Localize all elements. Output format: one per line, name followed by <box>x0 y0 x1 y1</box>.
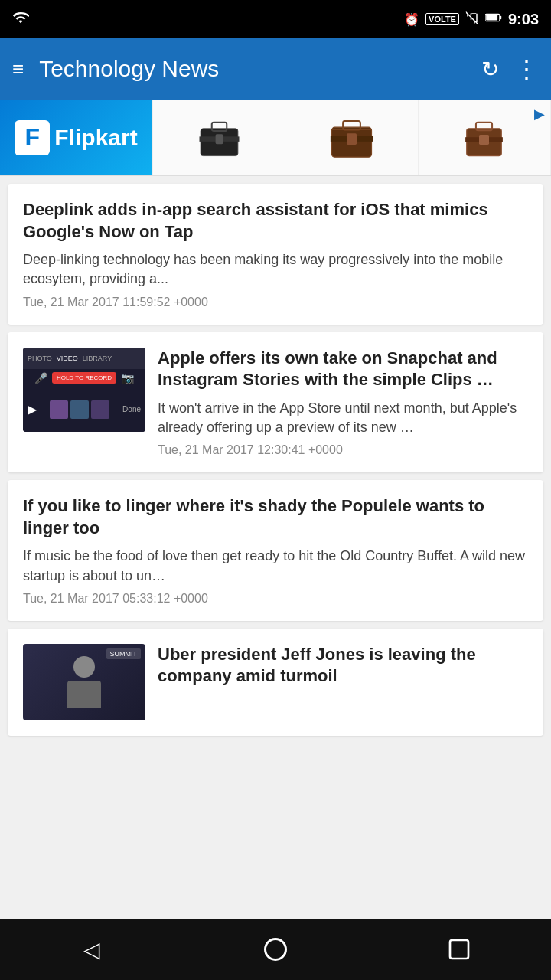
back-button[interactable]: ◁ <box>69 926 115 972</box>
status-bar: ⏰ VOLTE 9:03 <box>0 0 551 38</box>
news-card-1[interactable]: Deeplink adds in-app search assistant fo… <box>8 184 543 325</box>
flipkart-f-logo: F <box>15 120 50 155</box>
svg-rect-6 <box>215 134 223 144</box>
more-options-icon[interactable]: ⋮ <box>514 54 539 83</box>
news-card-2[interactable]: PHOTO VIDEO LIBRARY 🎤 HOLD TO RECORD 📷 ▶… <box>8 332 543 473</box>
briefcase-icon-3 <box>459 115 509 161</box>
news-title-4: Uber president Jeff Jones is leaving the… <box>158 644 528 688</box>
alarm-icon: ⏰ <box>404 12 419 27</box>
news-thumbnail-4: SUMMIT <box>23 644 145 720</box>
news-date-1: Tue, 21 Mar 2017 11:59:52 +0000 <box>23 296 528 309</box>
news-list: Deeplink adds in-app search assistant fo… <box>0 176 551 919</box>
ad-product-1 <box>153 100 285 176</box>
signal-icon <box>465 11 479 28</box>
svg-point-16 <box>266 939 286 960</box>
thumb-tab-photo: PHOTO <box>28 354 52 362</box>
svg-rect-17 <box>450 940 468 959</box>
briefcase-icon-1 <box>194 115 244 161</box>
home-button[interactable] <box>253 926 298 972</box>
flipkart-logo: F Flipkart <box>0 100 153 176</box>
thumb-tab-video: VIDEO <box>57 354 78 362</box>
news-summary-2: It won't arrive in the App Store until n… <box>158 399 528 437</box>
news-summary-3: If music be the food of love then get re… <box>23 547 528 585</box>
bottom-nav: ◁ <box>0 919 551 980</box>
app-bar: ≡ Technology News ↻ ⋮ <box>0 38 551 100</box>
ad-product-2 <box>285 100 418 176</box>
svg-rect-15 <box>479 134 489 144</box>
news-title-3: If you like to linger where it's shady t… <box>23 495 528 539</box>
wifi-icon <box>12 9 29 30</box>
svg-rect-2 <box>486 15 497 20</box>
news-card-text-2: Apple offers its own take on Snapchat an… <box>158 348 528 458</box>
thumb-record-btn: HOLD TO RECORD <box>52 372 116 384</box>
ad-products <box>153 100 551 176</box>
status-bar-left <box>12 9 29 30</box>
recents-button[interactable] <box>436 926 482 972</box>
ad-product-3 <box>419 100 551 176</box>
news-card-4[interactable]: SUMMIT Uber president Jeff Jones is leav… <box>8 629 543 736</box>
thumb-tab-library: LIBRARY <box>83 354 112 362</box>
uber-person-head <box>73 656 95 678</box>
time-display: 9:03 <box>508 11 539 28</box>
uber-summit-tag: SUMMIT <box>106 648 142 659</box>
news-title-2: Apple offers its own take on Snapchat an… <box>158 348 528 391</box>
refresh-icon[interactable]: ↻ <box>481 57 499 82</box>
battery-icon <box>485 11 502 28</box>
ad-banner[interactable]: F Flipkart <box>0 100 551 176</box>
news-thumbnail-2: PHOTO VIDEO LIBRARY 🎤 HOLD TO RECORD 📷 ▶… <box>23 348 145 432</box>
news-card-3[interactable]: If you like to linger where it's shady t… <box>8 480 543 621</box>
flipkart-text: Flipkart <box>54 125 137 151</box>
news-date-3: Tue, 21 Mar 2017 05:33:12 +0000 <box>23 592 528 606</box>
news-title-1: Deeplink adds in-app search assistant fo… <box>23 199 528 243</box>
thumb-strip <box>50 400 109 419</box>
thumb-done-label: Done <box>122 405 141 413</box>
app-title: Technology News <box>39 56 466 82</box>
ad-external-link-icon: ▶ <box>534 106 545 122</box>
uber-person-body <box>67 681 101 708</box>
news-card-text-4: Uber president Jeff Jones is leaving the… <box>158 644 528 695</box>
volte-badge: VOLTE <box>425 13 459 25</box>
menu-icon[interactable]: ≡ <box>12 57 24 81</box>
status-bar-right: ⏰ VOLTE 9:03 <box>404 11 539 28</box>
news-date-2: Tue, 21 Mar 2017 12:30:41 +0000 <box>158 443 528 457</box>
svg-rect-1 <box>500 15 501 19</box>
svg-rect-10 <box>347 133 357 145</box>
briefcase-icon-2 <box>327 115 377 161</box>
news-summary-1: Deep-linking technology has been making … <box>23 250 528 289</box>
thumb-play-icon: ▶ <box>28 402 37 416</box>
